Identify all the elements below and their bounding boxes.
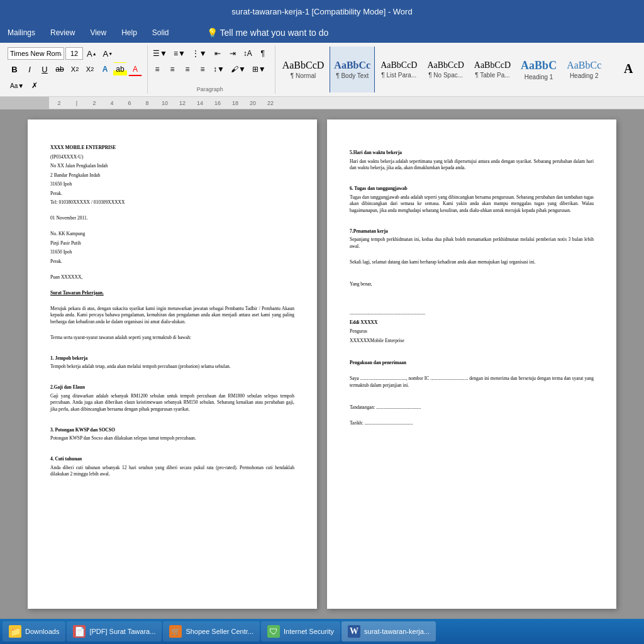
section3-heading: 3. Potongan KWSP dan SOCSO [50,427,294,434]
clear-format-btn[interactable]: ✗ [28,79,42,92]
menu-solid[interactable]: Solid [150,27,172,38]
taskbar-word[interactable]: W surat-tawaran-kerja... [341,621,436,641]
style-nospace-preview: AaBbCcD [427,60,464,70]
style-heading2-label: Heading 2 [570,72,599,79]
font-color-btn[interactable]: A [128,62,142,76]
taskbar: 📁 Downloads 📄 [PDF] Surat Tawara... 🛒 Sh… [0,619,644,644]
section7-heading: 7.Penamatan kerja [350,228,594,235]
justify-btn[interactable]: ≡ [196,62,209,76]
shopee-icon: 🛒 [169,625,182,638]
sig-name: Eddi XXXXX [350,319,594,326]
style-normal[interactable]: AaBbCcD ¶ Normal [278,47,329,92]
numbering-btn[interactable]: ≡▼ [171,47,188,60]
multilevel-btn[interactable]: ⋮▼ [189,47,209,60]
address2: 2 Bandar Pengkalan Indah [50,172,294,179]
style-tablepage-preview: AaBbCcD [474,60,511,70]
style-tablepage[interactable]: AaBbCcD ¶ Table Pa... [470,47,515,92]
search-label: Tell me what you want to do [220,28,329,38]
word-label: surat-tawaran-kerja... [364,628,430,635]
font-controls: A▲ A▼ B I U ab X2 X2 A ab A Aa▼ ✗ [8,47,142,92]
security-label: Internet Security [284,628,334,635]
sig-company: XXXXXXMobile Enterprise [350,338,594,345]
style-heading2[interactable]: AaBbCc Heading 2 [562,47,606,92]
ruler-marks: 2 | 2 4 6 8 10 12 14 16 18 20 22 [50,100,279,106]
menu-view[interactable]: View [87,27,109,38]
style-heading1[interactable]: AaBbC Heading 1 [516,47,561,92]
ack-heading: Pengakuan dan penerimaan [350,360,594,367]
para1: Merujuk pekara di atas, dengan sukacita … [50,306,294,326]
shrink-font-btn[interactable]: A▼ [101,47,116,60]
strikethrough-btn[interactable]: ab [53,62,67,76]
section7-text: Sepanjang tempoh perkhidmatan ini, kedua… [350,236,594,250]
recip4: Perak. [50,258,294,265]
style-listpara[interactable]: AaBbCcD ¶ List Para... [376,47,421,92]
document-area: XXXX MOBILE ENTERPRISE (IP034XXXX-U) No … [0,109,644,619]
menu-mailings[interactable]: Mailings [5,27,38,38]
address3: 31650 Ipoh [50,181,294,188]
ruler: 2 | 2 4 6 8 10 12 14 16 18 20 22 [0,97,644,109]
style-heading2-preview: AaBbCc [567,60,601,71]
address4: Perak. [50,191,294,197]
section2-text: Gaji yang ditawarkan adalah sebanyak RM1… [50,393,294,413]
tel: Tel: 010380XXXXX / 010309XXXXX [50,199,294,206]
section3-text: Potongan KWSP dan Socso akan dilakukan s… [50,435,294,442]
subscript-btn[interactable]: X2 [68,62,82,76]
grow-font-btn[interactable]: A▲ [84,47,99,60]
company-name: XXXX MOBILE ENTERPRISE [50,145,294,152]
section5-text: Hari dan waktu bekerja adalah sepertiman… [350,158,594,172]
style-heading1-preview: AaBbC [521,59,557,72]
taskbar-shopee[interactable]: 🛒 Shopee Seller Centr... [163,621,260,641]
page-1: XXXX MOBILE ENTERPRISE (IP034XXXX-U) No … [28,119,317,609]
recip1: No. KK Kampung [50,231,294,238]
taskbar-security[interactable]: 🛡 Internet Security [261,621,340,641]
menu-bar: Mailings Review View Help Solid 💡 Tell m… [0,23,644,43]
style-tablepage-label: ¶ Table Pa... [475,72,509,79]
menu-review[interactable]: Review [48,27,77,38]
styles-section: AaBbCcD ¶ Normal AaBbCc ¶ Body Text AaBb… [275,45,644,94]
superscript-btn[interactable]: X2 [83,62,97,76]
text-effects-btn[interactable]: A [98,62,112,76]
font-size-input[interactable] [65,47,83,60]
style-bodytext[interactable]: AaBbCc ¶ Body Text [330,47,375,92]
subject: Surat Tawaran Pekerjaan. [50,290,294,297]
line-spacing-btn[interactable]: ↕▼ [211,62,227,76]
taskbar-downloads[interactable]: 📁 Downloads [3,621,65,641]
show-para-btn[interactable]: ¶ [256,47,270,60]
sig-line: ........................................… [350,310,594,317]
style-nospace-label: ¶ No Spac... [428,72,463,79]
style-bodytext-preview: AaBbCc [334,60,370,71]
text-highlight-btn[interactable]: ab [113,62,127,76]
date: 01 November 2011. [50,215,294,222]
shopee-label: Shopee Seller Centr... [186,628,253,635]
search-box[interactable]: 💡 Tell me what you want to do [207,28,329,38]
downloads-label: Downloads [25,628,59,635]
style-listpara-preview: AaBbCcD [380,60,417,70]
downloads-icon: 📁 [9,625,21,638]
borders-btn[interactable]: ⊞▼ [250,62,269,76]
decrease-indent-btn[interactable]: ⇤ [211,47,225,60]
section2-heading: 2.Gaji dan Elaun [50,384,294,391]
increase-indent-btn[interactable]: ⇥ [226,47,240,60]
underline-btn[interactable]: U [38,62,52,76]
italic-btn[interactable]: I [23,62,36,76]
style-normal-preview: AaBbCcD [282,60,325,71]
taskbar-pdf[interactable]: 📄 [PDF] Surat Tawara... [67,621,162,641]
align-center-btn[interactable]: ≡ [165,62,179,76]
style-more[interactable]: A [607,47,644,92]
change-case-btn[interactable]: Aa▼ [8,79,26,92]
style-heading1-label: Heading 1 [525,74,553,80]
pdf-label: [PDF] Surat Tawara... [89,628,155,635]
menu-help[interactable]: Help [119,27,140,38]
style-nospace[interactable]: AaBbCcD ¶ No Spac... [423,47,468,92]
recip3: 31650 Ipoh [50,249,294,256]
bold-btn[interactable]: B [8,62,21,76]
align-right-btn[interactable]: ≡ [180,62,194,76]
sig-title: Pengurus [350,328,594,335]
sort-btn[interactable]: ↕A [241,47,255,60]
font-name-input[interactable] [8,47,64,60]
style-more-preview: A [624,62,633,76]
align-left-btn[interactable]: ≡ [150,62,164,76]
bullets-btn[interactable]: ☰▼ [150,47,170,60]
shading-btn[interactable]: 🖌▼ [228,62,248,76]
section1-heading: 1. Jempoh bekerja [50,355,294,362]
